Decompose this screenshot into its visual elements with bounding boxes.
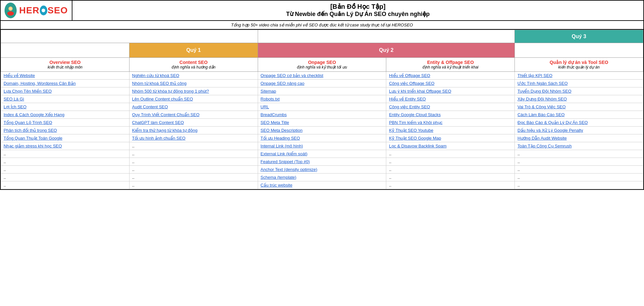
table-cell: .. [129,158,258,166]
table-link[interactable]: Lựa Chọn Tên Miền SEO [4,89,52,94]
table-link[interactable]: External Link (kiểm soát) [261,151,308,156]
col-header-0: Overview SEO kiến thức nhập môn [1,58,130,72]
table-link[interactable]: Tối ưu Heading SEO [261,136,300,141]
table-cell: Index & Cách Google Xếp Hạng [1,111,130,119]
table-link[interactable]: Kỹ Thuật SEO Youtube [389,128,433,133]
table-link[interactable]: Lưu ý khi triển khai Offpage SEO [389,89,451,94]
col-header-row: Overview SEO kiến thức nhập môn Content … [1,58,643,72]
table-link[interactable]: Quy Trình Viết Content Chuẩn SEO [132,112,200,117]
table-cell: .. [515,158,643,166]
table-cell: Nghiên cứu từ khoá SEO [129,72,258,80]
table-link[interactable]: Robots.txt [261,97,280,101]
page-title-line2: Từ Newbie đến Quản Lý Dự Án SEO chuyên n… [72,10,643,18]
table-cell: Hiểu về Entity SEO [386,95,515,103]
table-link[interactable]: SEO Meta Description [261,128,303,133]
table-cell: .. [386,150,515,158]
table-link[interactable]: Dấu hiệu và Xử Lý Google Penalty [517,128,583,133]
table-link[interactable]: Hướng Dẫn Audit Website [517,136,567,141]
table-cell: ChatGPT làm Content SEO [129,119,258,127]
table-cell: .. [515,181,643,189]
table-link[interactable]: Hiểu về Offpage SEO [389,73,430,78]
table-cell: Toàn Tập Công Cụ Semrush [515,142,643,150]
table-link[interactable]: Sitemap [261,89,276,94]
table-link[interactable]: Xây Dựng Đội Nhóm SEO [517,97,567,101]
header-desc: Tổng hợp 50+ video chia sẻ miễn phí về S… [1,21,643,30]
table-cell: .. [129,150,258,158]
table-link[interactable]: Kỹ Thuật SEO Google Map [389,136,441,141]
table-cell: Vai Trò & Công Việc SEO [515,103,643,111]
table-cell: BreadCrumbs [258,111,386,119]
table-link[interactable]: Nhóm 500 từ khóa tự động trong 1 phút? [132,89,209,94]
page-title-line1: [Bản Đồ Học Tập] [72,3,643,10]
table-link[interactable]: Công việc Entity SEO [389,104,430,109]
table-link[interactable]: Nghiên cứu từ khoá SEO [132,73,179,78]
table-link[interactable]: Ước Tính Ngân Sách SEO [517,81,568,86]
q1-cell: Quý 1 [129,43,258,58]
table-link[interactable]: Hiểu về Entity SEO [389,97,426,101]
table-cell: Hiểu về Offpage SEO [386,72,515,80]
table-link[interactable]: Featured Snippet (Top #0) [261,159,310,164]
table-cell: Quy Trình Viết Content Chuẩn SEO [129,111,258,119]
table-link[interactable]: Audit Content SEO [132,104,168,109]
table-cell: SEO Là Gì [1,95,130,103]
table-cell: Dấu hiệu và Xử Lý Google Penalty [515,127,643,134]
table-link[interactable]: Internal Link (mô hình) [261,144,303,148]
col-header-3: Entity & Offpage SEO định nghĩa và kỹ th… [386,58,515,72]
col-sub-3: định nghĩa và kỹ thuật triển khai [388,65,513,69]
table-link[interactable]: Phân tích đối thủ trong SEO [4,128,57,133]
table-link[interactable]: Kiểm tra thứ hạng từ khóa tự động [132,128,197,133]
table-link[interactable]: Schema (template) [261,175,297,180]
table-link[interactable]: Hiểu về Website [4,73,35,78]
table-cell: SEO Meta Description [258,127,386,134]
table-link[interactable]: Tối ưu hình ảnh chuẩn SEO [132,136,186,141]
table-link[interactable]: Lợi Ích SEO [4,104,26,109]
table-link[interactable]: Cách Làm Báo Cáo SEO [517,112,565,117]
table-cell: .. [386,166,515,174]
table-link[interactable]: Entity Google Cloud Stacks [389,112,440,117]
q2-label: Quý 2 [379,47,393,53]
table-cell: SEO Meta Title [258,119,386,127]
table-cell: Thiết lập KPI SEO [515,72,643,80]
table-link[interactable]: Lên Outline Content chuẩn SEO [132,97,193,101]
table-link[interactable]: Onpage SEO cơ bản và checklist [261,73,323,78]
table-link[interactable]: BreadCrumbs [261,112,287,117]
table-link[interactable]: Lọc & Disavow Backlink Spam [389,144,446,148]
table-link[interactable]: SEO Meta Title [261,120,289,125]
table-link[interactable]: Tuyển Dụng Đội Nhóm SEO [517,89,571,94]
table-link[interactable]: PBN Tìm kiếm và Khôi phục [389,120,442,125]
table-cell: Ước Tính Ngân Sách SEO [515,80,643,87]
table-link[interactable]: ChatGPT làm Content SEO [132,120,184,125]
table-row: Tổng Quan Thuật Toán GoogleTối ưu hình ả… [1,134,643,142]
table-link[interactable]: Toàn Tập Công Cụ Semrush [517,144,572,148]
quarter-visual-row: Quý 3 [1,30,643,43]
table-cell: Onpage SEO cơ bản và checklist [258,72,386,80]
table-link[interactable]: Thiết lập KPI SEO [517,73,552,78]
table-link[interactable]: Công việc Offpage SEO [389,81,434,86]
table-link[interactable]: Nhạc giảm stress khi học SEO [4,144,62,148]
table-link[interactable]: URL [261,104,269,109]
table-row: Nhạc giảm stress khi học SEO..Internal L… [1,142,643,150]
table-cell: Công việc Offpage SEO [386,80,515,87]
table-cell: .. [129,142,258,150]
q3-label: Quý 3 [572,34,586,39]
table-link[interactable]: Đọc Báo Cáo & Quản Lý Dự Án SEO [517,120,588,125]
table-cell: PBN Tìm kiếm và Khôi phục [386,119,515,127]
table-link[interactable]: SEO Là Gì [4,97,24,101]
table-link[interactable]: Cấu trúc website [261,183,293,188]
table-link[interactable]: Domain, Hosting, Wordpress Căn Bản [4,81,76,86]
table-cell: Tối ưu hình ảnh chuẩn SEO [129,134,258,142]
quarter-row-2: Quý 1 Quý 2 [1,43,643,58]
table-link[interactable]: Anchor Text (density optimize) [261,167,317,172]
table-cell: Cách Làm Báo Cáo SEO [515,111,643,119]
table-link[interactable]: Index & Cách Google Xếp Hạng [4,112,65,117]
table-link[interactable]: Vai Trò & Công Việc SEO [517,104,566,109]
table-link[interactable]: Nhóm từ khoá SEO thủ công [132,81,187,86]
table-cell: .. [1,158,130,166]
table-cell: Nhóm 500 từ khóa tự động trong 1 phút? [129,87,258,95]
table-cell: Schema (template) [258,174,386,181]
table-link[interactable]: Onpage SEO nâng cao [261,81,304,86]
table-cell: Tuyển Dụng Đội Nhóm SEO [515,87,643,95]
table-cell: .. [515,166,643,174]
table-link[interactable]: Tổng Quan Lộ Trình SEO [4,120,52,125]
table-link[interactable]: Tổng Quan Thuật Toán Google [4,136,62,141]
